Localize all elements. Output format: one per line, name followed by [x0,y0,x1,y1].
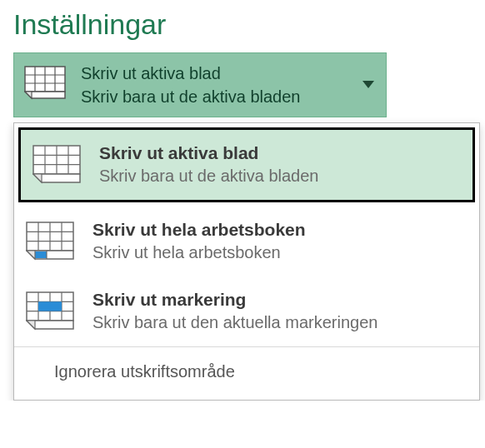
menu-item-ignore-print-area[interactable]: Ignorera utskriftsområde [14,347,479,400]
menu-item-description: Skriv ut hela arbetsboken [92,241,468,264]
print-active-sheets-icon [32,142,81,188]
chevron-down-icon [362,81,374,89]
svg-marker-35 [27,321,35,329]
svg-rect-24 [35,251,47,258]
svg-marker-8 [362,81,374,88]
section-heading: Inställningar [0,0,485,52]
print-range-dropdown[interactable]: Skriv ut aktiva blad Skriv bara ut de ak… [13,52,387,117]
svg-marker-7 [25,92,32,98]
print-active-sheets-icon [24,66,66,104]
print-selection-icon [26,288,74,335]
menu-item-entire-workbook[interactable]: Skriv ut hela arbetsboken Skriv ut hela … [14,207,479,276]
dropdown-selected-text: Skriv ut aktiva blad Skriv bara ut de ak… [81,62,374,108]
svg-marker-25 [27,251,35,259]
svg-rect-33 [38,301,62,311]
dropdown-selected-title: Skriv ut aktiva blad [81,62,374,85]
menu-item-active-sheets[interactable]: Skriv ut aktiva blad Skriv bara ut de ak… [18,127,475,202]
menu-item-selection[interactable]: Skriv ut markering Skriv bara ut den akt… [14,276,479,346]
menu-item-description: Skriv bara ut de aktiva bladen [99,165,461,187]
menu-item-title: Skriv ut hela arbetsboken [92,218,468,241]
print-entire-workbook-icon [26,218,74,265]
print-range-menu: Skriv ut aktiva blad Skriv bara ut de ak… [13,122,480,401]
menu-item-title: Skriv ut markering [92,288,468,311]
dropdown-selected-description: Skriv bara ut de aktiva bladen [81,85,374,108]
menu-item-description: Skriv bara ut den aktuella markeringen [92,311,468,334]
svg-marker-16 [33,174,42,182]
menu-item-title: Skriv ut aktiva blad [99,142,461,165]
